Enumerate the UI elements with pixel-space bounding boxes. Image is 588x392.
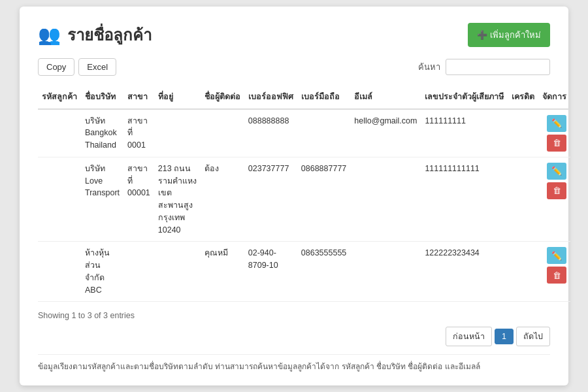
cell-company: ห้างหุ้นส่วนจำกัด ABC [81,242,123,302]
cell-tax-id: 122222323434 [421,242,508,302]
action-buttons: ✏️ 🗑 [542,247,566,284]
action-buttons: ✏️ 🗑 [542,115,566,152]
cell-address [154,109,201,157]
cell-mobile [297,109,351,157]
search-input[interactable] [446,59,550,75]
page-title-area: 👥 รายชื่อลูกค้า [38,22,152,48]
page-1-button[interactable]: 1 [495,329,514,344]
table-header-row: รหัสลูกค้า ชื่อบริษัท สาขา ที่อยู่ ชื่อผ… [38,85,570,109]
page-title: รายชื่อลูกค้า [67,22,152,48]
customers-table: รหัสลูกค้า ชื่อบริษัท สาขา ที่อยู่ ชื่อผ… [38,85,570,302]
cell-office-phone: 088888888 [244,109,297,157]
cell-address [154,242,201,302]
cell-branch [123,242,154,302]
col-header-office-phone: เบอร์ออฟฟิศ [244,85,297,109]
cell-company: บริษัท Bangkok Thailand [81,109,123,157]
cell-credit [508,109,538,157]
cell-mobile: 0868887777 [297,157,351,242]
cell-tax-id: 111111111 [421,109,508,157]
add-customer-button[interactable]: ➕ เพิ่มลูกค้าใหม่ [468,23,550,47]
col-header-branch: สาขา [123,85,154,109]
cell-mobile: 0863555555 [297,242,351,302]
cell-credit [508,157,538,242]
col-header-action: จัดการ [538,85,570,109]
cell-branch: สาขาที่ 00001 [123,157,154,242]
col-header-contact: ชื่อผู้ติดต่อ [201,85,244,109]
prev-page-button[interactable]: ก่อนหน้า [446,327,492,346]
table-row: บริษัท Bangkok Thailand สาขาที่ 0001 088… [38,109,570,157]
cell-contact: คุณหมี [201,242,244,302]
cell-action: ✏️ 🗑 [538,157,570,242]
col-header-id: รหัสลูกค้า [38,85,81,109]
cell-email [350,242,421,302]
cell-id [38,157,81,242]
col-header-address: ที่อยู่ [154,85,201,109]
table-row: บริษัท Love Transport สาขาที่ 00001 213 … [38,157,570,242]
customers-icon: 👥 [38,24,61,46]
edit-button-row1[interactable]: ✏️ [547,163,566,180]
toolbar: Copy Excel ค้นหา [38,58,550,76]
cell-contact: ต้อง [201,157,244,242]
cell-office-phone: 02-940-8709-10 [244,242,297,302]
cell-id [38,109,81,157]
cell-credit [508,242,538,302]
col-header-mobile: เบอร์มือถือ [297,85,351,109]
showing-entries: Showing 1 to 3 of 3 entries [38,311,550,320]
delete-button-row1[interactable]: 🗑 [547,182,566,199]
export-buttons: Copy Excel [38,58,116,76]
next-page-button[interactable]: ถัดไป [516,327,550,346]
cell-action: ✏️ 🗑 [538,242,570,302]
cell-company: บริษัท Love Transport [81,157,123,242]
pagination: ก่อนหน้า 1 ถัดไป [38,327,550,346]
search-area: ค้นหา [418,59,550,75]
cell-address: 213 ถนน รามคำแหง เขตสะพานสูง กรุงเทพ 102… [154,157,201,242]
cell-tax-id: 111111111111 [421,157,508,242]
edit-button-row0[interactable]: ✏️ [547,115,566,132]
note-text: ข้อมูลเรียงตามรหัสลูกค้าและตามชื่อบริษัท… [38,354,550,372]
delete-button-row0[interactable]: 🗑 [547,135,566,152]
col-header-email: อีเมล์ [350,85,421,109]
cell-email: hello@gmail.com [350,109,421,157]
search-label: ค้นหา [418,60,440,74]
copy-button[interactable]: Copy [38,58,74,76]
delete-button-row2[interactable]: 🗑 [547,267,566,284]
excel-button[interactable]: Excel [78,58,116,76]
col-header-credit: เครดิต [508,85,538,109]
edit-button-row2[interactable]: ✏️ [547,247,566,264]
col-header-tax-id: เลขประจำตัวผู้เสียภาษี [421,85,508,109]
cell-office-phone: 023737777 [244,157,297,242]
cell-action: ✏️ 🗑 [538,109,570,157]
cell-id [38,242,81,302]
cell-contact [201,109,244,157]
cell-email [350,157,421,242]
table-row: ห้างหุ้นส่วนจำกัด ABC คุณหมี 02-940-8709… [38,242,570,302]
action-buttons: ✏️ 🗑 [542,163,566,199]
col-header-company: ชื่อบริษัท [81,85,123,109]
cell-branch: สาขาที่ 0001 [123,109,154,157]
